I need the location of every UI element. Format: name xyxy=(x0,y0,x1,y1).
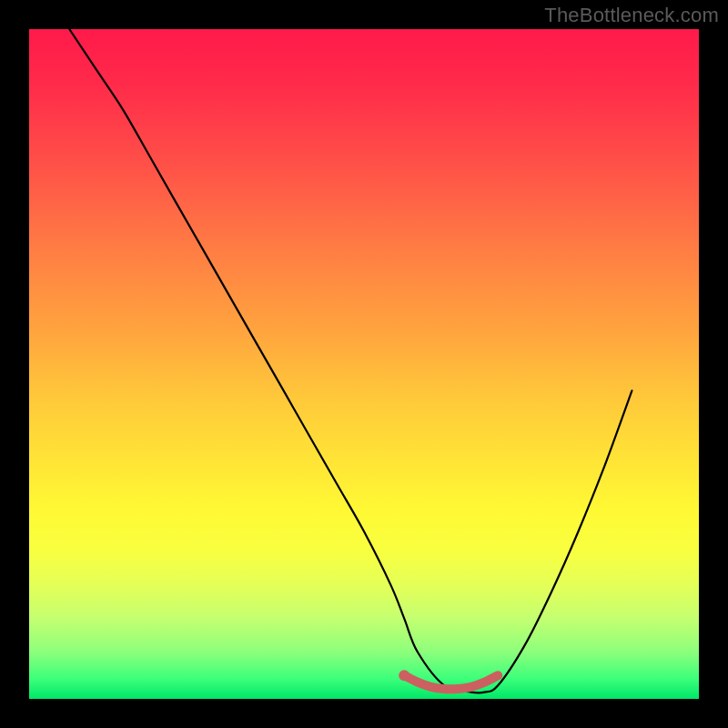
chart-container: TheBottleneck.com xyxy=(0,0,728,728)
highlight-start-dot xyxy=(399,670,410,681)
highlight-band xyxy=(404,675,498,689)
plot-area xyxy=(29,29,699,699)
chart-svg xyxy=(29,29,699,699)
bottleneck-curve xyxy=(69,29,632,693)
watermark-label: TheBottleneck.com xyxy=(544,4,719,27)
